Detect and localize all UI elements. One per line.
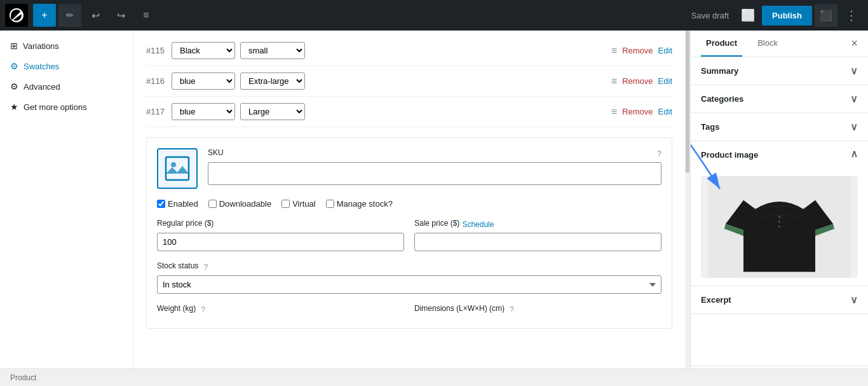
add-block-button[interactable]: + [33, 4, 56, 27]
redo-icon: ↪ [117, 10, 125, 22]
sidebar-item-get-more[interactable]: ★ Get more options [0, 97, 133, 117]
redo-button[interactable]: ↪ [109, 4, 132, 27]
content-scroll-thumb[interactable] [686, 31, 689, 173]
enabled-checkbox-label[interactable]: Enabled [157, 199, 198, 209]
undo-button[interactable]: ↩ [84, 4, 107, 27]
list-icon: ≡ [143, 10, 149, 21]
variation-size-select-116[interactable]: small medium large Extra-large [240, 72, 305, 90]
sidebar-get-more-label: Get more options [24, 102, 87, 112]
remove-link-115[interactable]: Remove [622, 46, 653, 55]
drag-handle-115[interactable]: ≡ [611, 45, 617, 57]
drag-handle-117[interactable]: ≡ [611, 106, 617, 118]
edit-link-115[interactable]: Edit [658, 46, 672, 55]
manage-stock-checkbox-label[interactable]: Manage stock? [326, 199, 393, 209]
panel-close-button[interactable]: × [851, 31, 858, 57]
regular-price-input[interactable] [157, 233, 404, 251]
settings-button[interactable]: ⬛ [815, 4, 837, 27]
variation-num-115: #115 [146, 46, 166, 55]
variation-color-select-117[interactable]: Black blue [172, 103, 235, 120]
variation-size-select-115[interactable]: small medium large Extra-large [240, 42, 305, 59]
sku-label: SKU [208, 148, 224, 157]
schedule-link[interactable]: Schedule [462, 220, 494, 229]
enabled-checkbox[interactable] [157, 200, 165, 208]
checkboxes-row: Enabled Downloadable Virtual Manage stoc… [157, 199, 661, 209]
price-row: Regular price ($) Sale price ($) Schedul… [157, 219, 661, 251]
excerpt-label: Excerpt [701, 295, 731, 305]
virtual-checkbox[interactable] [281, 200, 290, 208]
stock-status-help-icon[interactable]: ? [203, 263, 208, 272]
sku-help-icon[interactable]: ? [657, 149, 661, 158]
status-label: Product [10, 373, 36, 382]
product-image-label: Product image [701, 150, 758, 160]
bottom-bar: Product [0, 368, 868, 386]
variation-color-select-115[interactable]: Black blue [172, 42, 235, 59]
excerpt-section-header[interactable]: Excerpt ∨ [691, 286, 868, 314]
variation-image-placeholder[interactable] [157, 148, 198, 189]
variation-size-select-117[interactable]: small medium Large Extra-large [240, 103, 305, 120]
product-image-section-header[interactable]: Product image ∨ [691, 141, 868, 169]
panel-tabs: Product Block × [691, 31, 868, 57]
categories-chevron-icon: ∨ [850, 93, 858, 105]
variation-num-117: #117 [146, 107, 166, 116]
variation-row-117: #117 Black blue small medium Large Extra… [146, 97, 672, 127]
sidebar-item-swatches[interactable]: ⚙ Swatches [0, 56, 133, 76]
tab-product[interactable]: Product [701, 31, 742, 57]
downloadable-checkbox-label[interactable]: Downloadable [208, 199, 271, 209]
panel-section-summary: Summary ∨ [691, 57, 868, 85]
publish-button[interactable]: Publish [762, 6, 812, 25]
tags-chevron-icon: ∨ [850, 121, 858, 133]
sku-input[interactable] [208, 162, 661, 185]
downloadable-checkbox[interactable] [208, 200, 217, 208]
sku-section: SKU ? [208, 148, 661, 185]
drag-handle-116[interactable]: ≡ [611, 76, 617, 87]
variation-color-select-116[interactable]: Black blue [172, 72, 235, 90]
product-image-container[interactable] [701, 176, 858, 278]
monitor-button[interactable]: ⬜ [736, 4, 759, 27]
edit-icon: ✏ [66, 10, 74, 20]
svg-rect-1 [166, 157, 189, 180]
enabled-label: Enabled [168, 199, 198, 209]
list-view-button[interactable]: ≡ [135, 4, 158, 27]
svg-rect-0 [165, 156, 190, 181]
weight-help-icon[interactable]: ? [201, 305, 205, 314]
content-scrollbar[interactable] [685, 31, 690, 386]
svg-point-4 [778, 216, 781, 218]
edit-link-116[interactable]: Edit [658, 76, 672, 86]
virtual-checkbox-label[interactable]: Virtual [281, 199, 316, 209]
toolbar: + ✏ ↩ ↪ ≡ Save draft ⬜ Publish ⬛ ⋮ [0, 0, 868, 31]
dimensions-help-icon[interactable]: ? [510, 305, 514, 314]
regular-price-label: Regular price ($) [157, 219, 214, 228]
stock-status-select[interactable]: In stock Out of stock On backorder [157, 275, 661, 294]
categories-label: Categories [701, 94, 743, 104]
tags-label: Tags [701, 122, 719, 132]
variations-icon: ⊞ [10, 41, 18, 51]
more-options-button[interactable]: ⋮ [840, 4, 863, 27]
edit-link-117[interactable]: Edit [658, 107, 672, 116]
remove-link-117[interactable]: Remove [622, 107, 653, 116]
sale-price-label: Sale price ($) [414, 219, 459, 228]
variation-row-116: #116 Black blue small medium large Extra… [146, 66, 672, 97]
sidebar-item-variations[interactable]: ⊞ Variations [0, 36, 133, 56]
dimensions-field: Dimensions (L×W×H) (cm) ? [414, 304, 661, 318]
tags-section-header[interactable]: Tags ∨ [691, 113, 868, 141]
dimensions-label: Dimensions (L×W×H) (cm) [414, 304, 505, 313]
manage-stock-checkbox[interactable] [326, 200, 334, 208]
remove-link-116[interactable]: Remove [622, 76, 653, 86]
undo-icon: ↩ [92, 10, 100, 22]
sidebar: ⊞ Variations ⚙ Swatches ⚙ Advanced ★ Get… [0, 31, 133, 386]
virtual-label: Virtual [292, 199, 316, 209]
product-image-content [691, 169, 868, 286]
dimensions-row: Weight (kg) ? Dimensions (L×W×H) (cm) ? [157, 304, 661, 318]
save-draft-button[interactable]: Save draft [686, 11, 734, 20]
stock-status-label: Stock status [157, 261, 198, 270]
variation-num-116: #116 [146, 76, 166, 86]
settings-icon: ⬛ [820, 10, 832, 22]
summary-section-header[interactable]: Summary ∨ [691, 57, 868, 85]
variation-form: SKU ? Enabled Downloadable [146, 137, 672, 329]
edit-button[interactable]: ✏ [58, 4, 81, 27]
tab-block[interactable]: Block [752, 31, 783, 57]
categories-section-header[interactable]: Categories ∨ [691, 85, 868, 113]
sidebar-item-advanced[interactable]: ⚙ Advanced [0, 76, 133, 97]
sale-price-input[interactable] [414, 233, 661, 251]
main-layout: ⊞ Variations ⚙ Swatches ⚙ Advanced ★ Get… [0, 31, 868, 386]
